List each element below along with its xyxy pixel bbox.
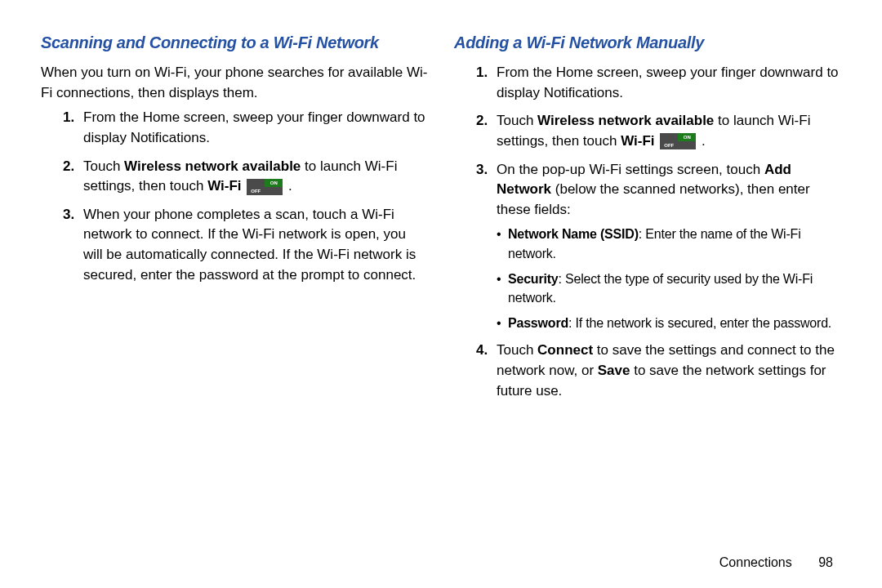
bold-text: Password <box>508 316 568 330</box>
bullet-item: Security: Select the type of security us… <box>497 270 841 307</box>
step-item: Touch Wireless network available to laun… <box>492 111 841 151</box>
footer-section: Connections <box>719 555 792 569</box>
text: Touch <box>497 342 537 358</box>
bold-text: Network Name (SSID) <box>508 227 639 241</box>
text: On the pop-up Wi-Fi settings screen, tou… <box>497 162 764 177</box>
document-page: Scanning and Connecting to a Wi-Fi Netwo… <box>0 0 882 555</box>
bold-text: Wi-Fi <box>621 133 654 149</box>
bold-text: Save <box>598 363 630 378</box>
toggle-on-label: ON <box>678 133 696 141</box>
right-column: Adding a Wi-Fi Network Manually From the… <box>454 31 841 531</box>
bold-text: Wireless network available <box>537 113 714 128</box>
bullet-item: Password: If the network is secured, ent… <box>497 314 841 332</box>
bullet-item: Network Name (SSID): Enter the name of t… <box>497 225 841 262</box>
step-item: On the pop-up Wi-Fi settings screen, tou… <box>492 160 841 333</box>
steps-left: From the Home screen, sweep your finger … <box>41 108 428 285</box>
bold-text: Wireless network available <box>124 158 301 174</box>
bold-text: Wi-Fi <box>207 178 241 194</box>
footer-page-number: 98 <box>818 555 833 569</box>
step-item: From the Home screen, sweep your finger … <box>492 63 841 103</box>
text: . <box>284 178 292 194</box>
text: . <box>697 133 705 149</box>
toggle-on-label: ON <box>265 179 283 187</box>
bold-text: Connect <box>537 342 593 358</box>
field-bullets: Network Name (SSID): Enter the name of t… <box>497 225 841 332</box>
text: : If the network is secured, enter the p… <box>568 316 831 330</box>
wifi-toggle-icon: ON OFF <box>247 179 283 195</box>
step-item: From the Home screen, sweep your finger … <box>78 108 428 148</box>
page-footer: Connections 98 <box>719 555 833 570</box>
step-item: Touch Wireless network available to laun… <box>78 157 428 197</box>
intro-paragraph: When you turn on Wi-Fi, your phone searc… <box>41 63 428 103</box>
heading-scanning: Scanning and Connecting to a Wi-Fi Netwo… <box>41 31 428 55</box>
steps-right: From the Home screen, sweep your finger … <box>454 63 841 401</box>
bold-text: Security <box>508 272 559 286</box>
toggle-off-label: OFF <box>660 141 678 149</box>
left-column: Scanning and Connecting to a Wi-Fi Netwo… <box>41 31 428 531</box>
wifi-toggle-icon: ON OFF <box>660 133 696 149</box>
text: Touch <box>83 158 124 174</box>
text: Touch <box>497 113 537 128</box>
toggle-off-label: OFF <box>247 187 265 195</box>
heading-adding: Adding a Wi-Fi Network Manually <box>454 31 841 55</box>
step-item: When your phone completes a scan, touch … <box>78 205 428 286</box>
step-item: Touch Connect to save the settings and c… <box>492 341 841 401</box>
